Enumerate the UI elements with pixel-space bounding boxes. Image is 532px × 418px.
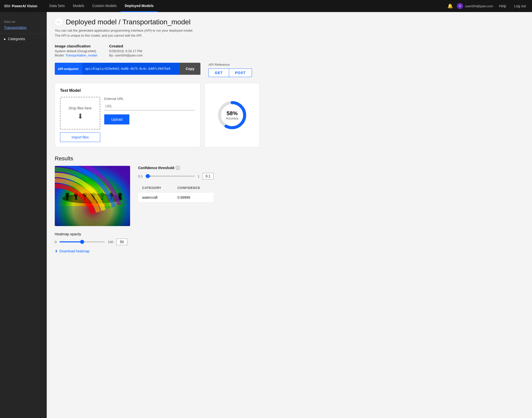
category-cell: watercraft bbox=[138, 192, 173, 203]
nav-datasets[interactable]: Data Sets bbox=[45, 0, 69, 12]
user-avatar: U bbox=[457, 3, 463, 9]
test-model-body: Drop files here ⬇ Import files External … bbox=[60, 97, 195, 142]
model-link[interactable]: Transportation_model bbox=[65, 53, 97, 57]
model-name-line: Model: Transportation_model bbox=[55, 53, 97, 57]
confidence-slider[interactable] bbox=[146, 176, 195, 177]
sidebar: Data set Transportation ▶ Categories bbox=[0, 12, 47, 418]
back-button[interactable]: ← bbox=[55, 18, 63, 26]
api-ref-label: API Reference bbox=[208, 63, 252, 66]
drop-zone-text: Drop files here bbox=[69, 106, 91, 110]
api-ref-block: API Reference GET POST bbox=[208, 63, 252, 77]
app-layout: Data set Transportation ▶ Categories ← D… bbox=[0, 12, 532, 418]
nav-custom-models[interactable]: Custom Models bbox=[88, 0, 121, 12]
accuracy-label: Accuracy bbox=[226, 117, 238, 120]
sidebar-item-categories[interactable]: ▶ Categories bbox=[0, 34, 47, 44]
accuracy-percent: 58% bbox=[226, 110, 238, 117]
top-nav: IBM PowerAI Vision Data Sets Models Cust… bbox=[0, 0, 532, 12]
confidence-info-icon[interactable]: i bbox=[176, 166, 180, 170]
table-row: watercraft 0.99999 bbox=[138, 192, 214, 203]
opacity-max-label: 100 bbox=[108, 240, 113, 244]
confidence-label: Confidence threshold i bbox=[138, 166, 214, 170]
sidebar-categories-label: Categories bbox=[8, 37, 25, 41]
chevron-right-icon: ▶ bbox=[4, 38, 6, 40]
external-url-block: External URL Upload bbox=[104, 97, 195, 124]
test-model-card: Test Model Drop files here ⬇ Import file… bbox=[55, 83, 200, 147]
sidebar-dataset-label: Data set bbox=[0, 16, 47, 25]
api-endpoint-bar: API endpoint: api/dlapis/d19e94d1-6a8b-4… bbox=[55, 63, 200, 75]
results-section: Results Confidence threshold i 0.1 1 bbox=[55, 155, 524, 253]
page-subtitle: You can call the generated application p… bbox=[55, 28, 205, 38]
results-body: Confidence threshold i 0.1 1 0.1 CATEGOR… bbox=[55, 166, 524, 226]
created-by: By: user004@paiv.com bbox=[109, 53, 143, 57]
heatmap-opacity-section: Heatmap opacity 0 100 50 ⬇ Download heat… bbox=[55, 232, 524, 253]
external-url-label: External URL bbox=[104, 97, 195, 101]
nav-deployed-models[interactable]: Deployed Models bbox=[121, 0, 157, 12]
post-button[interactable]: POST bbox=[229, 68, 252, 77]
confidence-slider-row: 0.1 1 0.1 bbox=[138, 173, 214, 179]
slider-min-label: 0.1 bbox=[138, 174, 143, 178]
drop-zone-container: Drop files here ⬇ Import files bbox=[60, 97, 100, 142]
api-endpoint-label: API endpoint: bbox=[55, 63, 82, 75]
notification-icon[interactable]: 🔔 bbox=[447, 3, 453, 9]
main-content: ← Deployed model / Transportation_model … bbox=[47, 12, 532, 418]
heatmap-canvas bbox=[55, 166, 130, 226]
opacity-slider[interactable] bbox=[60, 241, 105, 242]
upload-icon: ⬇ bbox=[77, 112, 83, 120]
get-button[interactable]: GET bbox=[208, 68, 229, 77]
accuracy-donut: 58% Accuracy bbox=[216, 99, 248, 131]
nav-items: Data Sets Models Custom Models Deployed … bbox=[45, 0, 448, 12]
model-system: System default (GoogLeNet) bbox=[55, 49, 97, 53]
table-header-confidence: CONFIDENCE bbox=[173, 183, 214, 192]
page-title: Deployed model / Transportation_model bbox=[66, 18, 191, 26]
results-title: Results bbox=[55, 155, 524, 162]
confidence-slider-value: 0.1 bbox=[202, 173, 214, 179]
model-type-title: Image classification bbox=[55, 44, 97, 48]
results-right-panel: Confidence threshold i 0.1 1 0.1 CATEGOR… bbox=[138, 166, 214, 203]
api-ref-buttons: GET POST bbox=[208, 68, 252, 77]
download-icon: ⬇ bbox=[55, 249, 58, 253]
opacity-slider-row: 0 100 50 bbox=[55, 239, 524, 245]
import-files-button[interactable]: Import files bbox=[60, 132, 100, 142]
created-title: Created bbox=[109, 44, 143, 48]
test-model-title: Test Model bbox=[60, 88, 195, 93]
heatmap-image bbox=[55, 166, 130, 226]
api-endpoint-value: api/dlapis/d19e94d1-6a8b-4b75-8c4c-b40fc… bbox=[82, 63, 180, 75]
opacity-label: Heatmap opacity bbox=[55, 232, 524, 236]
slider-max-label: 1 bbox=[198, 174, 199, 178]
created-block: Created 5/28/2019, 6:26:17 PM By: user00… bbox=[109, 44, 143, 58]
brand-ibm: IBM bbox=[4, 4, 10, 8]
copy-button[interactable]: Copy bbox=[180, 63, 200, 75]
upload-button[interactable]: Upload bbox=[104, 114, 129, 124]
opacity-value: 50 bbox=[116, 239, 127, 245]
test-accuracy-row: Test Model Drop files here ⬇ Import file… bbox=[55, 83, 524, 147]
nav-models[interactable]: Models bbox=[69, 0, 88, 12]
donut-center: 58% Accuracy bbox=[226, 110, 238, 120]
api-bar-wrapper: API endpoint: api/dlapis/d19e94d1-6a8b-4… bbox=[55, 63, 524, 77]
results-table: CATEGORY CONFIDENCE watercraft 0.99999 bbox=[138, 183, 214, 203]
url-input[interactable] bbox=[104, 102, 195, 110]
brand: IBM PowerAI Vision bbox=[4, 4, 37, 8]
download-heatmap-link[interactable]: ⬇ Download heatmap bbox=[55, 249, 524, 253]
confidence-cell: 0.99999 bbox=[173, 192, 214, 203]
user-area[interactable]: U user004@paiv.com bbox=[457, 3, 493, 9]
user-email: user004@paiv.com bbox=[465, 4, 493, 8]
model-type-block: Image classification System default (Goo… bbox=[55, 44, 97, 58]
brand-product: PowerAI Vision bbox=[12, 4, 37, 8]
created-date: 5/28/2019, 6:26:17 PM bbox=[109, 49, 143, 53]
accuracy-card: 58% Accuracy bbox=[204, 83, 260, 147]
nav-right: 🔔 U user004@paiv.com Help Log out bbox=[447, 3, 528, 9]
page-header: ← Deployed model / Transportation_model bbox=[55, 18, 524, 26]
table-header-category: CATEGORY bbox=[138, 183, 173, 192]
sidebar-item-transportation[interactable]: Transportation bbox=[0, 25, 47, 34]
help-button[interactable]: Help bbox=[497, 4, 508, 8]
drop-zone[interactable]: Drop files here ⬇ bbox=[60, 97, 100, 129]
logout-button[interactable]: Log out bbox=[512, 4, 528, 8]
opacity-min-label: 0 bbox=[55, 240, 57, 244]
model-info-section: Image classification System default (Goo… bbox=[55, 44, 524, 58]
